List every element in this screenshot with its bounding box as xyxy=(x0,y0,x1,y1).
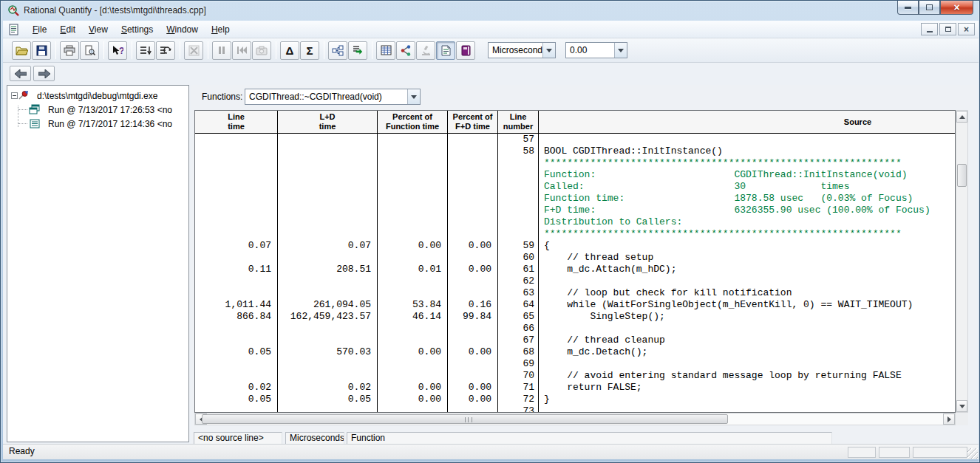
scroll-up-button[interactable] xyxy=(956,111,967,123)
header-pct-function-time[interactable]: Percent ofFunction time xyxy=(378,111,448,133)
table-row[interactable]: Function: CGDIThread::InitInstance(void) xyxy=(195,169,955,181)
table-row[interactable]: 0.050.050.000.0072} xyxy=(195,394,955,405)
cell-src: // thread setup xyxy=(539,252,955,264)
annotated-source-button[interactable] xyxy=(436,41,455,60)
vertical-scroll-thumb[interactable] xyxy=(957,164,967,187)
menu-help[interactable]: Help xyxy=(205,21,237,38)
chevron-down-icon[interactable] xyxy=(614,43,627,58)
horizontal-scrollbar[interactable] xyxy=(194,413,956,425)
cell-lt: 866.84 xyxy=(195,311,278,323)
cell-ln xyxy=(498,205,539,216)
table-row[interactable]: 66 xyxy=(195,323,955,335)
minimize-button[interactable] xyxy=(897,1,919,15)
cell-ld xyxy=(278,205,378,216)
tree-item-run-1[interactable]: Run @ 7/13/2017 17:26:53 <no xyxy=(7,103,188,117)
maximize-button[interactable] xyxy=(919,1,940,15)
diff-button[interactable]: Δ xyxy=(280,41,299,60)
functions-dropdown[interactable]: CGDIThread::~CGDIThread(void) xyxy=(245,89,421,105)
scroll-right-button[interactable] xyxy=(943,414,955,425)
table-row[interactable]: 1,011.44261,094.0553.840.1664 while (Wai… xyxy=(195,299,955,311)
table-row[interactable]: 57 xyxy=(195,134,955,145)
table-row[interactable]: 0.020.020.000.0071 return FALSE; xyxy=(195,382,955,394)
tree-collapse-icon[interactable] xyxy=(11,92,18,99)
open-button[interactable] xyxy=(12,41,31,60)
toolbar-separator xyxy=(276,41,276,59)
table-row[interactable]: 67 // thread cleanup xyxy=(195,335,955,346)
call-tree-button[interactable] xyxy=(328,41,347,60)
cell-src xyxy=(539,323,955,335)
threshold-dropdown[interactable]: 0.00 xyxy=(565,42,627,58)
cell-src xyxy=(539,405,955,413)
table-body: 5758BOOL CGDIThread::InitInstance()*****… xyxy=(195,134,955,413)
pause-recording-button[interactable] xyxy=(212,41,231,60)
menu-file[interactable]: File xyxy=(26,21,53,38)
header-line-number[interactable]: Linenumber xyxy=(498,111,539,133)
table-row[interactable]: 73 xyxy=(195,405,955,413)
horizontal-scroll-thumb[interactable] xyxy=(202,414,728,424)
table-row[interactable]: 60 // thread setup xyxy=(195,252,955,264)
table-row[interactable]: Function time: 1878.58 usec (0.03% of Fo… xyxy=(195,193,955,205)
menu-settings[interactable]: Settings xyxy=(115,21,160,38)
sort-data-button[interactable] xyxy=(136,41,155,60)
table-row[interactable]: ****************************************… xyxy=(195,157,955,169)
table-row[interactable]: ****************************************… xyxy=(195,228,955,240)
vertical-scrollbar[interactable] xyxy=(956,110,968,413)
table-row[interactable]: 0.070.070.000.0059{ xyxy=(195,240,955,252)
cell-src: // loop but check for kill notification xyxy=(539,287,955,299)
save-button[interactable] xyxy=(32,41,51,60)
cell-src: ****************************************… xyxy=(539,157,955,169)
header-pct-fd-time[interactable]: Percent ofF+D time xyxy=(448,111,498,133)
table-row[interactable]: F+D time: 6326355.90 usec (100.00% of Fo… xyxy=(195,205,955,216)
menu-window[interactable]: Window xyxy=(160,21,205,38)
mdi-close-button[interactable]: × xyxy=(958,23,975,35)
tree-item-run-2[interactable]: Run @ 7/17/2017 12:14:36 <no xyxy=(7,117,188,131)
cell-pf xyxy=(378,252,448,264)
scroll-down-button[interactable] xyxy=(956,400,967,412)
table-row[interactable]: 58BOOL CGDIThread::InitInstance() xyxy=(195,145,955,157)
merge-button[interactable]: Σ xyxy=(300,41,319,60)
mdi-restore-button[interactable] xyxy=(939,23,956,35)
switch-run-button[interactable] xyxy=(348,41,367,60)
table-row[interactable]: 69 xyxy=(195,358,955,370)
focus-button[interactable] xyxy=(416,41,435,60)
redisplay-data-button[interactable] xyxy=(156,41,175,60)
mdi-minimize-button[interactable] xyxy=(921,23,938,35)
table-row[interactable]: Called: 30 times xyxy=(195,181,955,193)
header-line-time[interactable]: Linetime xyxy=(195,111,278,133)
chevron-down-icon[interactable] xyxy=(542,43,555,58)
switch-run-icon xyxy=(352,45,364,56)
run-summary-button[interactable] xyxy=(456,41,475,60)
clear-data-button[interactable] xyxy=(184,41,203,60)
menu-edit[interactable]: Edit xyxy=(53,21,82,38)
document-system-menu-icon[interactable] xyxy=(8,24,20,35)
menu-view[interactable]: View xyxy=(82,21,115,38)
cell-pf: 0.00 xyxy=(378,382,448,394)
table-row[interactable]: 70 // avoid entering standard message lo… xyxy=(195,370,955,382)
table-row[interactable]: Distribution to Callers: xyxy=(195,216,955,228)
reset-recording-button[interactable] xyxy=(232,41,251,60)
context-help-button[interactable]: ? xyxy=(108,41,127,60)
table-row[interactable]: 0.11208.510.010.0061 m_dc.Attach(m_hDC); xyxy=(195,264,955,275)
open-icon xyxy=(16,45,28,56)
table-row[interactable]: 866.84162,459,423.5746.1499.8465 SingleS… xyxy=(195,311,955,323)
resize-grip[interactable] xyxy=(967,448,978,459)
table-row[interactable]: 0.05570.030.000.0068 m_dc.Detach(); xyxy=(195,346,955,358)
back-button[interactable] xyxy=(10,66,31,81)
chevron-down-icon[interactable] xyxy=(407,89,420,104)
function-detail-button[interactable] xyxy=(396,41,415,60)
close-button[interactable]: × xyxy=(940,1,973,15)
cell-pfd xyxy=(448,134,498,145)
title-bar[interactable]: Rational Quantify - [d:\tests\mtgdi\thre… xyxy=(1,1,979,21)
table-row[interactable]: 63 // loop but check for kill notificati… xyxy=(195,287,955,299)
forward-button[interactable] xyxy=(33,66,55,81)
print-preview-button[interactable] xyxy=(80,41,99,60)
table-row[interactable]: 62 xyxy=(195,275,955,287)
header-ld-time[interactable]: L+Dtime xyxy=(278,111,378,133)
unit-dropdown[interactable]: Microseconds xyxy=(488,42,556,58)
header-source[interactable]: Source xyxy=(539,111,955,133)
snapshot-button[interactable] xyxy=(252,41,271,60)
function-list-button[interactable] xyxy=(376,41,395,60)
tree-item-executable[interactable]: d:\tests\mtgdi\debug\mtgdi.exe xyxy=(7,89,188,103)
run-document-icon xyxy=(29,118,41,129)
print-button[interactable] xyxy=(60,41,79,60)
